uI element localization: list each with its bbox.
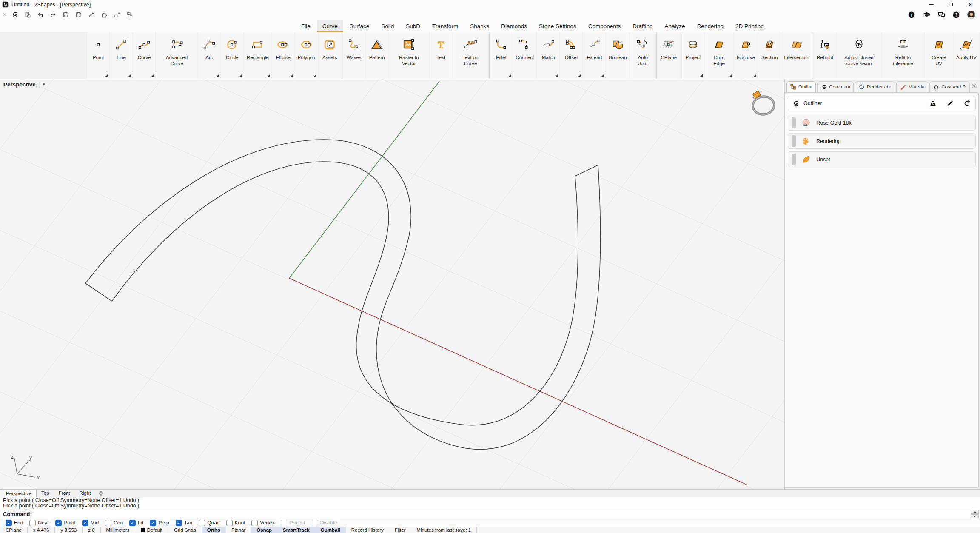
tool-fillet[interactable]: Fillet [490,32,513,79]
checkbox-icon[interactable]: ✓ [6,520,12,526]
save-button[interactable] [60,10,71,20]
spin-down-button[interactable] [971,514,979,518]
viewport-perspective[interactable]: Perspective | ▼ [0,79,785,489]
panel-tab-materials[interactable]: Materials [896,81,928,92]
avatar-button[interactable] [966,10,976,20]
ribbon-tab-drafting[interactable]: Drafting [627,20,658,32]
osnap-perp[interactable]: ✓Perp [150,520,169,526]
ribbon-tab-file[interactable]: File [296,20,316,32]
tool-isocurve[interactable]: Isocurve [734,32,758,79]
status-filter[interactable]: Filter [389,527,411,533]
viewport-title[interactable]: Perspective | ▼ [3,81,46,88]
flyout-arrow-icon[interactable] [239,74,242,77]
tool-pattern[interactable]: Pattern [366,32,388,79]
ring-preview-widget[interactable] [748,88,778,119]
redo-button[interactable] [48,10,59,20]
curve-tool-button[interactable] [86,10,97,20]
restore-button[interactable] [941,0,960,9]
spin-up-button[interactable] [971,510,979,514]
status-ortho[interactable]: Ortho [202,527,226,533]
flyout-arrow-icon[interactable] [753,74,756,77]
tool-line[interactable]: Line [110,32,132,79]
ribbon-tab-curve[interactable]: Curve [317,20,343,32]
flyout-arrow-icon[interactable] [729,74,732,77]
viewport-tab-top[interactable]: Top [37,490,54,497]
edit-pencil-button[interactable] [946,99,954,108]
status-smarttrack[interactable]: SmartTrack [277,527,315,533]
toolbar-close-icon[interactable]: ✕ [2,12,8,17]
ribbon-tab-analyze[interactable]: Analyze [659,20,691,32]
export-flat-button[interactable] [111,10,122,20]
incremental-save-button[interactable] [73,10,84,20]
ribbon-tab-3d-printing[interactable]: 3D Printing [730,20,769,32]
panel-settings-button[interactable] [971,83,979,92]
panel-tab-commands[interactable]: Commands [817,81,853,92]
osnap-end[interactable]: ✓End [6,520,23,526]
tool-intersection[interactable]: Intersection [781,32,812,79]
panel-tab-outliner[interactable]: Outliner [786,81,816,92]
osnap-point[interactable]: ✓Point [55,520,75,526]
flyout-arrow-icon[interactable] [151,74,154,77]
status-z-0[interactable]: z 0 [83,527,100,533]
flyout-arrow-icon[interactable] [290,74,293,77]
viewport-tab-right[interactable]: Right [74,490,95,497]
tool-raster-to-vector[interactable]: Raster to Vector [389,32,429,79]
tool-auto-join[interactable]: Auto Join [630,32,655,79]
tool-text-on-curve[interactable]: AaText on Curve [453,32,488,79]
osnap-project[interactable]: Project [281,520,305,526]
outliner-item-unset[interactable]: Unset [788,151,976,167]
command-line[interactable]: Command: [0,509,980,519]
tool-dup-edge[interactable]: Dup. Edge [705,32,733,79]
osnap-near[interactable]: Near [29,520,49,526]
ribbon-tab-rendering[interactable]: Rendering [692,20,729,32]
tool-polygon[interactable]: Polygon [295,32,318,79]
flyout-arrow-icon[interactable] [313,74,316,77]
tool-refit-to-tolerance[interactable]: FITRefit to tolerance [882,32,924,79]
checkbox-icon[interactable]: ✓ [55,520,62,526]
ribbon-tab-surface[interactable]: Surface [344,20,375,32]
flyout-arrow-icon[interactable] [578,74,581,77]
outliner-item-rendering[interactable]: Rendering [788,133,976,149]
checkbox-icon[interactable]: ✓ [176,520,182,526]
tool-match[interactable]: Match [537,32,559,79]
osnap-disable[interactable]: Disable [312,520,337,526]
drag-handle[interactable] [792,135,796,147]
ribbon-tab-stone-settings[interactable]: Stone Settings [533,20,582,32]
minimize-button[interactable] [921,0,941,9]
flyout-arrow-icon[interactable] [601,74,604,77]
status-planar[interactable]: Planar [226,527,251,533]
close-button[interactable]: ✕ [960,0,980,9]
checkbox-icon[interactable] [199,520,205,526]
tool-apply-uv[interactable]: Apply UV [954,32,979,79]
flyout-arrow-icon[interactable] [216,74,219,77]
help-button[interactable]: ? [952,10,961,20]
flyout-arrow-icon[interactable] [555,74,558,77]
osnap-mid[interactable]: ✓Mid [82,520,99,526]
tool-create-uv[interactable]: Create UV [925,32,953,79]
osnap-vertex[interactable]: Vertex [251,520,274,526]
new-document-button[interactable] [22,10,33,20]
tool-text[interactable]: TText [430,32,452,79]
osnap-int[interactable]: ✓Int [129,520,143,526]
status-default[interactable]: Default [135,527,168,533]
app-logo-button[interactable] [9,10,20,20]
tool-ellipse[interactable]: Ellipse [272,32,294,79]
ribbon-tab-solid[interactable]: Solid [376,20,399,32]
export-pack-button[interactable] [124,10,135,20]
osnap-cen[interactable]: Cen [105,520,123,526]
checkbox-icon[interactable]: ✓ [150,520,156,526]
viewport-tab-front[interactable]: Front [54,490,75,497]
checkbox-icon[interactable] [105,520,111,526]
status-gumball[interactable]: Gumball [315,527,346,533]
info-button[interactable]: i [907,10,916,20]
tool-advanced-curve[interactable]: Advanced Curve [156,32,197,79]
weight-kg-button[interactable]: Kg [929,99,937,108]
status-y-3-553[interactable]: y 3.553 [55,527,83,533]
drag-handle[interactable] [792,154,796,165]
status-record-history[interactable]: Record History [346,527,389,533]
viewport-tab-perspective[interactable]: Perspective [1,490,37,497]
osnap-tan[interactable]: ✓Tan [176,520,192,526]
status-x-4-476[interactable]: x 4.476 [28,527,55,533]
status-cplane[interactable]: CPlane [0,527,28,533]
checkbox-icon[interactable]: ✓ [82,520,88,526]
